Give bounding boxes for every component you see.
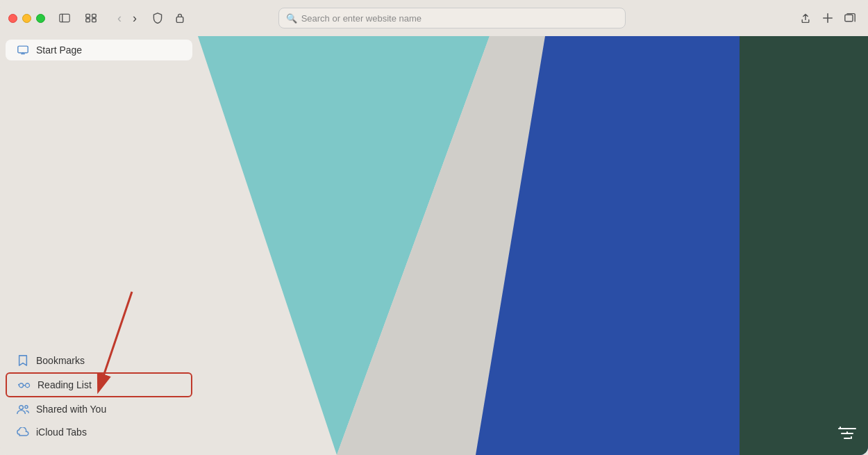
svg-point-13 xyxy=(19,383,24,388)
sidebar-item-shared-with-you[interactable]: Shared with You xyxy=(6,398,192,420)
svg-point-14 xyxy=(26,383,30,388)
sidebar-tab-start-page[interactable]: Start Page xyxy=(6,40,192,60)
background-graphic xyxy=(198,36,868,455)
svg-rect-2 xyxy=(86,14,90,17)
sidebar-toggle-button[interactable] xyxy=(55,10,74,26)
tab-switcher-button[interactable] xyxy=(840,10,860,26)
svg-rect-4 xyxy=(86,19,90,22)
monitor-icon xyxy=(17,45,29,55)
svg-rect-9 xyxy=(845,15,853,22)
reading-list-label: Reading List xyxy=(37,379,92,390)
svg-point-17 xyxy=(19,406,24,410)
search-icon: 🔍 xyxy=(286,13,297,24)
browser-content xyxy=(198,36,868,455)
svg-marker-24 xyxy=(740,36,868,455)
main-content: Start Page Bookmarks xyxy=(0,36,868,455)
glasses-icon xyxy=(18,381,31,389)
title-bar: ‹ › 🔍 Search or enter website name xyxy=(0,0,868,36)
plus-icon xyxy=(822,13,833,24)
shield-icons xyxy=(148,10,190,26)
minimize-button[interactable] xyxy=(22,14,31,23)
svg-rect-5 xyxy=(92,19,97,22)
sidebar-item-bookmarks[interactable]: Bookmarks xyxy=(6,349,192,372)
traffic-lights xyxy=(8,14,45,23)
lock-icon xyxy=(174,13,185,24)
shield-icon xyxy=(152,13,163,24)
search-bar[interactable]: 🔍 Search or enter website name xyxy=(278,8,626,28)
close-button[interactable] xyxy=(8,14,17,23)
people-icon xyxy=(17,404,29,414)
tab-overview-button[interactable] xyxy=(81,10,101,26)
bookmark-icon xyxy=(17,355,29,366)
svg-point-18 xyxy=(25,406,28,408)
maximize-button[interactable] xyxy=(36,14,45,23)
shield-button[interactable] xyxy=(148,10,167,26)
svg-rect-6 xyxy=(176,17,183,22)
nav-buttons: ‹ › xyxy=(113,10,141,26)
sidebar-icon xyxy=(59,13,70,24)
svg-rect-10 xyxy=(18,46,28,53)
filter-icon xyxy=(837,426,857,441)
share-icon xyxy=(800,13,811,24)
sidebar-item-icloud-tabs[interactable]: iCloud Tabs xyxy=(6,421,192,443)
icloud-tabs-label: iCloud Tabs xyxy=(36,427,87,438)
sidebar-bottom: Bookmarks Reading List xyxy=(0,349,198,455)
filter-icon-container[interactable] xyxy=(837,426,857,444)
tab-switcher-icon xyxy=(844,13,856,24)
start-page-label: Start Page xyxy=(36,44,82,56)
tab-overview-icon xyxy=(85,13,97,24)
extension-button[interactable] xyxy=(170,10,190,26)
search-placeholder: Search or enter website name xyxy=(301,13,422,24)
shared-with-you-label: Shared with You xyxy=(36,404,106,415)
svg-rect-3 xyxy=(92,14,97,17)
bookmarks-label: Bookmarks xyxy=(36,355,85,366)
share-button[interactable] xyxy=(796,10,815,26)
sidebar: Start Page Bookmarks xyxy=(0,36,198,455)
cloud-icon xyxy=(17,427,29,437)
forward-button[interactable]: › xyxy=(128,10,141,26)
sidebar-item-reading-list[interactable]: Reading List xyxy=(6,372,192,397)
right-toolbar xyxy=(796,10,860,26)
new-tab-button[interactable] xyxy=(818,10,837,26)
svg-rect-0 xyxy=(60,14,69,22)
back-button[interactable]: ‹ xyxy=(113,10,126,26)
